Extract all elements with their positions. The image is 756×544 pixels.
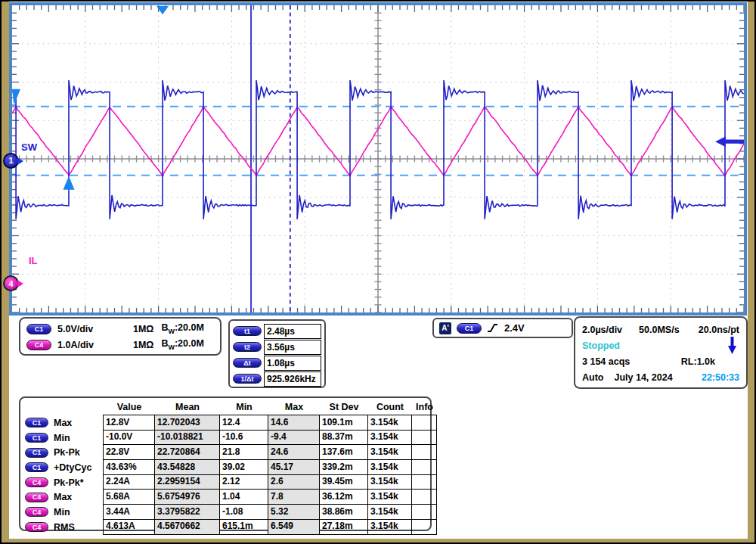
measurement-cell: 3.154k: [367, 474, 412, 490]
cursor-value: 925.926kHz: [264, 371, 321, 387]
measurement-row-label: C1+DtyCyc: [25, 460, 104, 475]
measurement-cell: 36.12m: [319, 489, 368, 505]
cursor-readout-row-3: 1/Δt925.926kHz: [233, 371, 321, 387]
measurement-cell: 2.24A: [103, 474, 155, 490]
cursor-badge-2[interactable]: Δt: [233, 358, 262, 368]
measurement-cell: 7.8: [268, 489, 320, 505]
trigger-mode-badge[interactable]: A': [439, 322, 451, 334]
measurement-cell: 5.68A: [103, 489, 155, 505]
waveform-display: SW IL 1 4: [9, 2, 747, 316]
channel-badge-c4[interactable]: C4: [26, 340, 51, 350]
reference-point-marker: [64, 176, 75, 190]
measurement-cell: [411, 444, 437, 460]
measurement-cell: -10.0V: [103, 430, 155, 446]
date-display: July 14, 2024: [614, 372, 672, 383]
measurement-cell: 2.12: [219, 474, 268, 490]
waveform-graticule: [12, 5, 744, 312]
cursor-value: 1.08µs: [264, 356, 321, 371]
measurement-cell: [411, 519, 437, 535]
screen-content: SW IL 1 4 C15.0V/div1MΩBW:20.0MC41.0A/di…: [9, 2, 748, 539]
cursor-badge-3[interactable]: 1/Δt: [233, 374, 262, 384]
cursor-readout-row-0: t12.48µs: [233, 323, 321, 339]
measurement-cell: 22.8V: [103, 444, 155, 460]
cursor-badge-0[interactable]: t1: [233, 326, 262, 336]
channel-row-c1[interactable]: C15.0V/div1MΩBW:20.0M: [26, 321, 214, 337]
measurement-channel-badge[interactable]: C4: [25, 477, 48, 487]
measurement-header: Mean: [155, 399, 220, 415]
trigger-level-marker[interactable]: [715, 136, 744, 147]
cursor-readout-row-1: t23.56µs: [233, 339, 321, 355]
measurement-row-label: C4Min: [25, 505, 104, 520]
measurement-cell: 38.86m: [319, 504, 368, 520]
acquisition-status: Stopped: [582, 340, 620, 351]
measurement-cell: 5.32: [268, 504, 320, 520]
trigger-panel[interactable]: A' C1 2.4V: [432, 318, 573, 338]
timebase-value: 2.0µs/div: [582, 325, 622, 335]
measurement-cell: -9.4: [268, 430, 320, 446]
cursor-badge-1[interactable]: t2: [233, 342, 262, 352]
trigger-mode-auto: Auto: [582, 372, 603, 383]
channel-settings-panel[interactable]: C15.0V/div1MΩBW:20.0MC41.0A/div1MΩBW:20.…: [19, 317, 222, 356]
measurement-channel-badge[interactable]: C4: [25, 493, 48, 502]
measurement-header: Info: [412, 399, 437, 415]
measurement-table-panel: ValueMeanMinMaxSt DevCountInfoC1Max12.8V…: [19, 396, 432, 531]
channel-scale: 1.0A/div: [57, 340, 127, 350]
measurement-row-label: C4Pk-Pk*: [25, 475, 104, 490]
measurement-cell: 3.3795822: [154, 504, 220, 520]
trigger-position-arrow-icon: [727, 336, 737, 356]
cursor-readout-panel[interactable]: t12.48µst23.56µsΔt1.08µs1/Δt925.926kHz: [228, 319, 326, 388]
measurement-cell: 43.54828: [154, 459, 220, 475]
measurement-row-label: C1Pk-Pk: [25, 445, 104, 460]
measurement-cell: [411, 489, 437, 505]
measurement-cell: 45.17: [268, 459, 320, 475]
measurement-header: Value: [104, 399, 155, 415]
measurement-cell: 2.6: [268, 474, 320, 490]
measurement-cell: 27.18m: [319, 519, 368, 535]
measurement-cell: [411, 474, 437, 490]
measurement-channel-badge[interactable]: C1: [25, 433, 48, 443]
cursor-value: 3.56µs: [264, 340, 321, 355]
channel-bandwidth: BW:20.0M: [161, 338, 203, 351]
measurement-cell: 339.2m: [319, 459, 368, 475]
measurement-cell: 43.63%: [103, 459, 155, 475]
channel-row-c4[interactable]: C41.0A/div1MΩBW:20.0M: [26, 337, 214, 353]
measurement-channel-badge[interactable]: C1: [25, 418, 48, 427]
measurement-row-label: C4RMS: [25, 520, 104, 535]
measurement-cell: 4.613A: [103, 519, 155, 535]
measurement-channel-badge[interactable]: C4: [25, 522, 48, 532]
measurement-header: Max: [268, 399, 320, 415]
measurement-cell: 2.2959154: [154, 474, 220, 490]
channel-impedance: 1MΩ: [133, 340, 153, 350]
channel1-position-marker[interactable]: 1: [3, 153, 19, 169]
measurement-header: Count: [368, 399, 412, 415]
measurement-row-label: C1Min: [25, 431, 104, 446]
measurement-cell: -10.018821: [154, 430, 220, 446]
measurement-cell: 12.8V: [103, 415, 155, 431]
measurement-cell: 1.04: [219, 489, 268, 505]
measurement-cell: [411, 459, 437, 475]
horizontal-acquisition-panel[interactable]: 2.0µs/div 50.0MS/s 20.0ns/pt Stopped 3 1…: [574, 316, 748, 389]
measurement-header: [25, 399, 104, 415]
measurement-row-label: C1Max: [25, 415, 104, 431]
measurement-cell: 6.549: [268, 519, 320, 535]
measurement-channel-badge[interactable]: C1: [25, 448, 48, 458]
channel-badge-c1[interactable]: C1: [26, 324, 51, 334]
measurement-cell: 3.154k: [367, 459, 412, 475]
measurement-cell: 3.154k: [367, 444, 412, 460]
measurement-row-label: C4Max: [25, 490, 104, 505]
measurement-cell: [411, 504, 437, 520]
channel-impedance: 1MΩ: [133, 324, 153, 334]
cursor-readout-row-2: Δt1.08µs: [233, 355, 321, 371]
acquisition-count: 3 154 acqs: [582, 356, 630, 367]
measurement-cell: 4.5670662: [154, 519, 220, 535]
measurement-channel-badge[interactable]: C4: [25, 507, 48, 517]
rising-edge-icon: [487, 322, 499, 334]
measurement-cell: 3.44A: [103, 504, 155, 520]
cursor-value: 2.48µs: [264, 324, 321, 339]
trigger-source-badge[interactable]: C1: [457, 323, 482, 334]
measurement-cell: 3.154k: [367, 415, 412, 431]
measurement-cell: 5.6754976: [154, 489, 220, 505]
measurement-header: Min: [220, 399, 268, 415]
measurement-channel-badge[interactable]: C1: [25, 462, 48, 472]
measurement-cell: 88.37m: [319, 430, 368, 446]
